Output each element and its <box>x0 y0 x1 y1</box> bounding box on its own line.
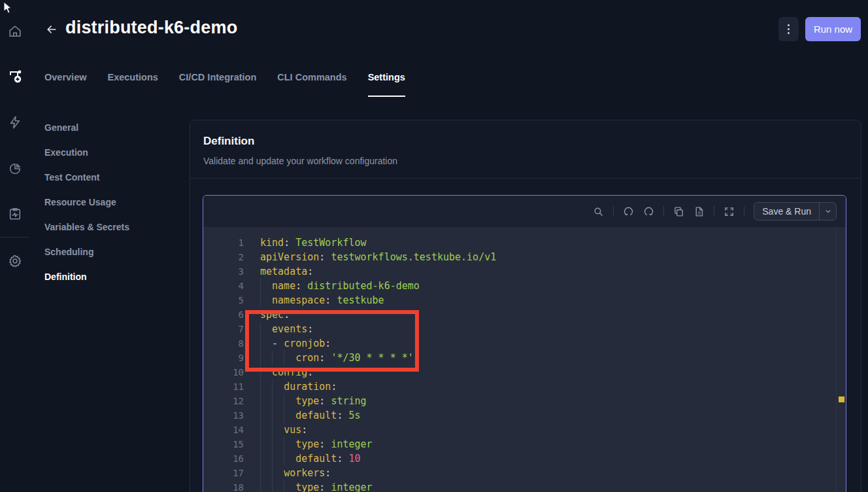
toolbar-separator <box>714 206 714 217</box>
panel-header: Definition Validate and update your work… <box>190 120 861 179</box>
code-line-6[interactable]: 6spec: <box>203 308 846 322</box>
home-icon[interactable] <box>5 22 25 41</box>
tab-settings[interactable]: Settings <box>368 72 405 97</box>
document-icon[interactable] <box>693 206 705 217</box>
editor-toolbar: Save & Run <box>203 196 846 227</box>
line-number: 1 <box>203 237 244 248</box>
save-and-run-label[interactable]: Save & Run <box>754 206 819 217</box>
settings-nav-test-content[interactable]: Test Content <box>44 172 129 197</box>
icon-rail <box>0 0 30 492</box>
mouse-cursor <box>3 1 13 14</box>
rail-divider <box>0 237 30 237</box>
more-actions-button[interactable] <box>778 17 799 41</box>
code-line-8[interactable]: 8 - cronjob: <box>203 336 846 351</box>
line-number: 4 <box>203 281 244 291</box>
line-number: 16 <box>203 453 244 464</box>
code-line-18[interactable]: 18 type: integer <box>203 480 846 492</box>
expand-icon[interactable] <box>724 206 735 217</box>
save-and-run-button[interactable]: Save & Run <box>754 202 837 220</box>
line-number: 3 <box>203 266 244 277</box>
line-number: 5 <box>203 295 244 306</box>
undo-icon[interactable] <box>623 206 634 217</box>
settings-nav-definition[interactable]: Definition <box>44 272 129 296</box>
monitoring-icon[interactable] <box>5 204 25 224</box>
code-line-4[interactable]: 4 name: distributed-k6-demo <box>203 279 846 293</box>
kebab-icon <box>788 24 790 34</box>
back-button[interactable] <box>43 21 60 38</box>
insights-icon[interactable] <box>5 159 25 179</box>
copy-icon[interactable] <box>673 206 684 217</box>
settings-nav-general[interactable]: General <box>44 122 129 147</box>
code-line-1[interactable]: 1kind: TestWorkflow <box>203 236 846 250</box>
toolbar-separator <box>613 206 614 217</box>
line-number: 12 <box>203 396 244 406</box>
ruler-change-marker <box>839 396 844 402</box>
settings-nav-resource-usage[interactable]: Resource Usage <box>44 197 129 222</box>
toolbar-separator <box>663 206 664 217</box>
code-line-3[interactable]: 3metadata: <box>203 264 846 279</box>
settings-nav-execution[interactable]: Execution <box>44 147 129 172</box>
tab-overview[interactable]: Overview <box>44 72 87 97</box>
line-number: 17 <box>203 468 244 478</box>
line-number: 15 <box>203 439 244 449</box>
line-number: 7 <box>203 324 244 334</box>
code-line-5[interactable]: 5 namespace: testkube <box>203 293 846 308</box>
tab-cli-commands[interactable]: CLI Commands <box>277 72 346 97</box>
search-icon[interactable] <box>593 206 604 217</box>
yaml-editor[interactable]: Save & Run 1kind: TestWorkflow2apiVersio… <box>203 195 846 492</box>
code-line-11[interactable]: 11 duration: <box>203 379 846 394</box>
editor-scrollbar[interactable] <box>836 227 837 492</box>
toolbar-separator <box>744 206 744 217</box>
code-line-9[interactable]: 9 cron: '*/30 * * * *' <box>203 351 846 365</box>
settings-nav: General Execution Test Content Resource … <box>44 122 129 296</box>
code-line-17[interactable]: 17 workers: <box>203 466 846 480</box>
code-line-16[interactable]: 16 default: 10 <box>203 451 846 466</box>
tab-executions[interactable]: Executions <box>108 72 158 97</box>
line-number: 6 <box>203 309 244 320</box>
line-number: 13 <box>203 410 244 421</box>
code-line-15[interactable]: 15 type: integer <box>203 437 846 451</box>
code-line-7[interactable]: 7 events: <box>203 322 846 336</box>
chevron-down-icon[interactable] <box>819 203 836 220</box>
line-number: 9 <box>203 353 244 363</box>
settings-gear-icon[interactable] <box>5 251 25 271</box>
code-lines[interactable]: 1kind: TestWorkflow2apiVersion: testwork… <box>203 227 846 492</box>
line-number: 18 <box>203 482 244 492</box>
line-number: 8 <box>203 338 244 349</box>
code-line-13[interactable]: 13 default: 5s <box>203 408 846 423</box>
triggers-icon[interactable] <box>5 113 25 132</box>
run-now-button[interactable]: Run now <box>805 17 861 41</box>
settings-nav-scheduling[interactable]: Scheduling <box>44 247 129 272</box>
line-number: 11 <box>203 381 244 392</box>
test-workflows-icon[interactable] <box>5 67 25 86</box>
line-number: 14 <box>203 425 244 435</box>
panel-subtitle: Validate and update your workflow config… <box>203 156 848 166</box>
settings-nav-variables-secrets[interactable]: Variables & Secrets <box>44 222 129 247</box>
line-number: 2 <box>203 252 244 262</box>
panel-title: Definition <box>203 135 848 148</box>
code-line-10[interactable]: 10 config: <box>203 365 846 379</box>
code-line-14[interactable]: 14 vus: <box>203 423 846 437</box>
page-title: distributed-k6-demo <box>65 18 237 38</box>
tab-bar: Overview Executions CI/CD Integration CL… <box>44 72 405 97</box>
redo-icon[interactable] <box>643 206 654 217</box>
tab-cicd-integration[interactable]: CI/CD Integration <box>179 72 256 97</box>
code-line-12[interactable]: 12 type: string <box>203 394 846 408</box>
line-number: 10 <box>203 367 244 378</box>
code-line-2[interactable]: 2apiVersion: testworkflows.testkube.io/v… <box>203 250 846 264</box>
